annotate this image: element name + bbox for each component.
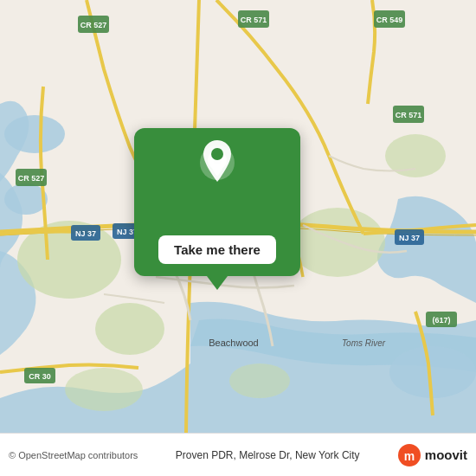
svg-text:NJ 37: NJ 37 [75,229,96,238]
svg-text:NJ 37: NJ 37 [399,234,420,242]
moovit-icon: m [397,443,421,467]
moovit-logo: m moovit [397,443,467,467]
svg-point-3 [389,346,476,398]
svg-point-39 [211,148,223,160]
svg-point-1 [4,115,65,153]
svg-point-8 [65,368,143,411]
svg-text:CR 571: CR 571 [396,111,422,119]
take-me-there-button[interactable]: Take me there [158,235,276,264]
map-container: CR 527 CR 527 CR 571 CR 549 CR 571 NJ 37… [0,0,476,433]
svg-text:CR 571: CR 571 [241,16,267,24]
pin-icon-clean [198,138,236,183]
svg-text:Toms River: Toms River [342,338,386,348]
moovit-text: moovit [425,447,467,462]
svg-text:Beachwood: Beachwood [209,338,259,348]
svg-text:(617): (617) [432,316,450,325]
svg-text:CR 527: CR 527 [18,174,45,183]
location-label: Proven PDR, Melrose Dr, New York City [138,449,397,461]
svg-point-9 [229,363,290,398]
svg-text:m: m [404,449,415,463]
map-attribution: © OpenStreetMap contributors [9,450,138,460]
svg-text:CR 549: CR 549 [376,16,403,24]
location-tooltip: Take me there [134,128,300,276]
svg-text:CR 527: CR 527 [80,21,107,29]
svg-text:CR 30: CR 30 [29,372,51,381]
svg-point-6 [290,208,385,277]
svg-point-5 [95,303,164,355]
bottom-bar: © OpenStreetMap contributors Proven PDR,… [0,433,476,476]
